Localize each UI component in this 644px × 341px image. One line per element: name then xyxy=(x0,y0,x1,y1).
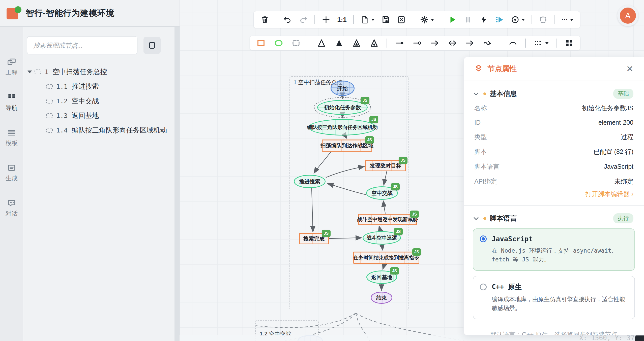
section-title: 脚本语言 xyxy=(490,214,517,223)
sidebar-item-1[interactable]: 工程 xyxy=(0,57,23,77)
edge-circle-end-icon[interactable] xyxy=(412,39,422,48)
sidebar-item-4[interactable]: 生成 xyxy=(0,163,23,182)
new-file-icon[interactable] xyxy=(360,15,375,24)
flow-node-done[interactable]: 搜索完成JS xyxy=(299,233,329,244)
flow-node-arrive[interactable]: 扫荡编队到达作战区域JS xyxy=(322,140,372,152)
dashed-frame-icon[interactable] xyxy=(291,39,301,48)
property-value: 过程 xyxy=(621,133,633,141)
dots-grid-icon[interactable] xyxy=(533,39,549,48)
save-icon[interactable] xyxy=(381,15,390,24)
run-icon[interactable] xyxy=(448,15,457,24)
sidebar-item-2[interactable]: 导航 xyxy=(0,93,23,112)
flash-run-icon[interactable] xyxy=(479,15,488,24)
edge-dot-end-icon[interactable] xyxy=(395,39,405,48)
property-value: JavaScript xyxy=(604,163,633,170)
toolbar-divider xyxy=(441,15,441,24)
tree-item[interactable]: 1.4编队按三角队形向任务区域机动 xyxy=(23,123,174,138)
node-label: 战斗空中巡逻 xyxy=(367,234,397,241)
property-label: 脚本 xyxy=(474,148,487,156)
plus-icon[interactable] xyxy=(321,15,331,24)
tree-item-root[interactable]: 1 空中扫荡任务总控 xyxy=(23,64,174,79)
toolbar-divider xyxy=(387,39,387,48)
tree-item[interactable]: 1.1推进搜索 xyxy=(23,79,174,94)
radio-icon[interactable] xyxy=(480,284,487,290)
tree-item[interactable]: 1.3返回基地 xyxy=(23,108,174,123)
flow-node-rtb[interactable]: 返回基地JS xyxy=(366,270,397,284)
flow-node-init[interactable]: 初始化任务参数JS xyxy=(317,100,368,115)
language-description: 在 Node.js 环境运行，支持 async/await、fetch 等 JS… xyxy=(492,246,628,264)
more-icon[interactable]: ··· xyxy=(562,16,573,24)
edge-wavy-arrow-icon[interactable] xyxy=(482,39,492,48)
js-script-badge: JS xyxy=(369,116,378,123)
tree-item[interactable]: 1.2空中交战 xyxy=(23,94,174,108)
step-run-icon[interactable] xyxy=(495,15,504,24)
section-basic-info[interactable]: 基本信息 基础 xyxy=(474,89,633,99)
language-option-selected[interactable]: JavaScript在 Node.js 环境运行，支持 async/await、… xyxy=(473,228,635,271)
property-value: 未绑定 xyxy=(614,177,633,186)
collapse-caret-icon[interactable] xyxy=(27,71,32,73)
section-badge: 执行 xyxy=(613,213,633,223)
search-input[interactable] xyxy=(27,36,137,54)
trash-icon[interactable] xyxy=(260,15,269,24)
close-file-icon[interactable] xyxy=(397,15,406,24)
open-script-editor-link[interactable]: 打开脚本编辑器 xyxy=(474,190,633,198)
triangle-icon[interactable] xyxy=(316,39,327,48)
view-tree: 1 空中扫荡任务总控 1.1推进搜索1.2空中交战1.3返回基地1.4编队按三角… xyxy=(23,64,174,138)
radio-icon[interactable] xyxy=(480,235,487,242)
close-icon[interactable]: ✕ xyxy=(626,64,634,73)
user-avatar[interactable]: A xyxy=(617,5,638,26)
edge-double-arrow-icon[interactable] xyxy=(447,39,457,48)
flow-node-timeout[interactable]: 任务时间结束或接到撤离指令JS xyxy=(353,252,419,264)
node-shape-icon xyxy=(35,70,41,74)
avatar-letter: A xyxy=(620,8,636,24)
flow-node-detect[interactable]: 发现敌对目标JS xyxy=(365,160,406,171)
js-script-badge: JS xyxy=(361,97,369,104)
triangle-nested-icon[interactable] xyxy=(352,39,362,48)
section-title: 基本信息 xyxy=(490,89,517,98)
property-row: IDelement-200 xyxy=(474,116,633,129)
sidebar-item-label: 对话 xyxy=(6,210,18,218)
js-script-badge: JS xyxy=(410,211,419,218)
edge-arrow-icon[interactable] xyxy=(430,39,440,48)
record-icon[interactable] xyxy=(511,15,525,24)
edge-arrow2-icon[interactable] xyxy=(465,39,475,48)
app-header: 智行-智能行为建模环境 xyxy=(0,0,180,27)
node-shape-icon xyxy=(46,113,53,118)
default-language-hint: 默认语言：C++ 原生，选择将同步到新建节点 xyxy=(464,330,644,335)
tree-item-label: 编队按三角队形向任务区域机动 xyxy=(72,126,167,135)
caret-down-icon xyxy=(570,19,573,21)
triangle-filled-icon[interactable] xyxy=(334,39,344,48)
tree-item-label: 推进搜索 xyxy=(72,82,99,91)
rect-shape-icon[interactable] xyxy=(256,39,266,48)
sidebar-item-3[interactable]: 模板 xyxy=(0,128,23,147)
sidebar-item-5[interactable]: 对话 xyxy=(0,198,23,218)
sidebar-item-label: 导航 xyxy=(6,104,18,112)
language-option-unselected[interactable]: C++ 原生编译成本地库，由原生仿真引擎直接执行，适合性能敏感场景。 xyxy=(473,276,635,319)
pause-icon[interactable] xyxy=(463,15,473,24)
tree-item-number: 1 xyxy=(45,68,48,76)
flow-node-engage[interactable]: 空中交战JS xyxy=(366,186,398,200)
four-squares-icon[interactable] xyxy=(564,39,574,48)
flow-node-search[interactable]: 推进搜索 xyxy=(294,175,326,188)
ellipse-shape-icon[interactable] xyxy=(274,39,284,48)
triangle-dot-icon[interactable] xyxy=(369,39,379,48)
edge-arc-icon[interactable] xyxy=(508,39,518,48)
node-properties-panel: 节点属性 ✕ 基本信息 基础 名称初始化任务参数JSIDelement-200类… xyxy=(463,57,644,335)
redo-icon[interactable] xyxy=(299,15,308,24)
settings-icon[interactable] xyxy=(420,15,434,24)
toolbar-divider xyxy=(309,39,309,48)
tree-item-label: 返回基地 xyxy=(72,111,99,120)
node-label: 推进搜索 xyxy=(299,178,320,185)
zoom-one-to-one[interactable]: 1:1 xyxy=(337,16,347,24)
section-script-language[interactable]: 脚本语言 执行 xyxy=(474,213,633,223)
flow-node-threat[interactable]: 战斗空中巡逻中发现新威胁JS xyxy=(358,214,417,225)
flow-node-formation[interactable]: 编队按三角队形向任务区域机动JS xyxy=(308,119,376,135)
frame-select-icon[interactable] xyxy=(539,15,548,24)
flow-node-end[interactable]: 结束 xyxy=(371,292,392,304)
node-label: 开始 xyxy=(337,85,348,92)
flow-node-patrol[interactable]: 战斗空中巡逻JS xyxy=(363,231,401,245)
js-script-badge: JS xyxy=(365,136,374,144)
search-filter-button[interactable] xyxy=(143,37,161,54)
flow-node-start[interactable]: 开始 xyxy=(331,81,355,96)
undo-icon[interactable] xyxy=(283,15,292,24)
